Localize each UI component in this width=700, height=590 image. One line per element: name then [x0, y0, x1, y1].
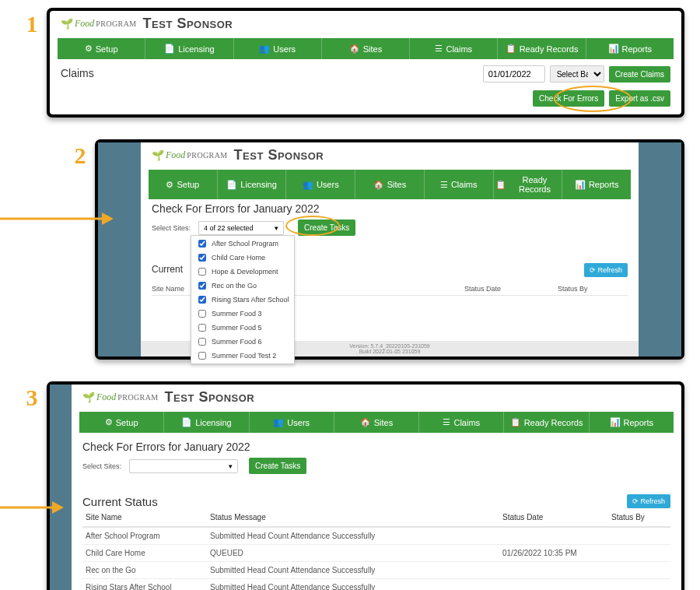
select-sites-label: Select Sites: — [82, 462, 124, 470]
users-icon: 👥 — [273, 417, 284, 427]
main-nav: ⚙Setup📄Licensing👥Users🏠Sites☰Claims📋Read… — [58, 38, 674, 59]
nav-ready-records[interactable]: 📋Ready Records — [504, 412, 589, 433]
nav-users[interactable]: 👥Users — [250, 412, 334, 433]
site-checkbox[interactable] — [198, 282, 206, 290]
current-status-heading: Current — [152, 261, 183, 279]
licensing-icon: 📄 — [226, 180, 237, 190]
create-tasks-button[interactable]: Create Tasks — [298, 219, 355, 236]
nav-ready-records[interactable]: 📋Ready Records — [498, 38, 586, 59]
site-checkbox[interactable] — [198, 338, 206, 346]
refresh-button[interactable]: ⟳ Refresh — [584, 263, 628, 277]
setup-icon: ⚙ — [85, 44, 93, 54]
users-icon: 👥 — [259, 44, 270, 54]
nav-sites[interactable]: 🏠Sites — [355, 170, 425, 199]
site-checkbox[interactable] — [198, 324, 206, 332]
licensing-icon: 📄 — [181, 417, 192, 427]
nav-setup[interactable]: ⚙Setup — [79, 412, 164, 433]
nav-claims[interactable]: ☰Claims — [410, 38, 498, 59]
blue-sidebar — [639, 142, 681, 356]
blue-sidebar — [98, 142, 141, 356]
site-option[interactable]: Summer Food 6 — [192, 335, 293, 349]
reports-icon: 📊 — [608, 44, 619, 54]
nav-setup[interactable]: ⚙Setup — [149, 170, 218, 199]
current-status-heading: Current Status — [82, 495, 158, 508]
create-tasks-button[interactable]: Create Tasks — [249, 458, 306, 474]
nav-licensing[interactable]: 📄Licensing — [218, 170, 287, 199]
date-input[interactable] — [483, 65, 545, 83]
site-option[interactable]: Child Care Home — [192, 251, 293, 265]
licensing-icon: 📄 — [164, 44, 175, 54]
blue-sidebar — [50, 385, 72, 590]
table-row: Rec on the GoSubmitted Head Count Attend… — [82, 562, 670, 579]
page-title: Test Sponsor — [143, 16, 233, 32]
site-option[interactable]: Hope & Development — [192, 265, 293, 279]
arrow-annotation — [0, 492, 64, 523]
sites-multiselect[interactable]: ▾ — [129, 459, 238, 473]
create-claims-button[interactable]: Create Claims — [609, 66, 670, 83]
site-checkbox[interactable] — [198, 296, 206, 304]
svg-marker-1 — [102, 212, 114, 225]
nav-reports[interactable]: 📊Reports — [562, 170, 631, 199]
sites-icon: 🏠 — [360, 417, 371, 427]
claims-icon: ☰ — [435, 44, 443, 54]
nav-licensing[interactable]: 📄Licensing — [164, 412, 249, 433]
site-checkbox[interactable] — [198, 254, 206, 262]
table-row: Rising Stars After SchoolSubmitted Head … — [82, 579, 670, 591]
claims-heading: Claims — [61, 64, 94, 84]
check-errors-heading: Check For Errors for January 2022 — [82, 437, 670, 458]
sites-icon: 🏠 — [373, 180, 384, 190]
setup-icon: ⚙ — [105, 417, 113, 427]
nav-reports[interactable]: 📊Reports — [590, 412, 674, 433]
nav-claims[interactable]: ☰Claims — [419, 412, 504, 433]
panel-header: 🌱FoodPROGRAM Test Sponsor — [50, 11, 681, 35]
nav-sites[interactable]: 🏠Sites — [322, 38, 410, 59]
site-checkbox[interactable] — [198, 268, 206, 276]
site-checkbox[interactable] — [198, 310, 206, 318]
site-option[interactable]: Rising Stars After School — [192, 293, 293, 307]
claims-icon: ☰ — [440, 180, 448, 190]
table-row: Child Care HomeQUEUED01/26/2022 10:35 PM — [82, 545, 670, 562]
batch-select[interactable]: Select Batch — [550, 65, 604, 83]
arrow-annotation — [0, 203, 114, 234]
sites-dropdown[interactable]: After School ProgramChild Care HomeHope … — [191, 235, 295, 364]
claims-icon: ☰ — [443, 417, 450, 427]
site-option[interactable]: Summer Food Test 2 — [192, 349, 293, 363]
nav-licensing[interactable]: 📄Licensing — [145, 38, 233, 59]
step-number-1: 1 — [16, 11, 48, 37]
nav-sites[interactable]: 🏠Sites — [334, 412, 419, 433]
site-option[interactable]: After School Program — [192, 237, 293, 251]
site-option[interactable]: Rec on the Go — [192, 279, 293, 293]
select-sites-label: Select Sites: — [152, 224, 194, 232]
site-option[interactable]: Summer Food 5 — [192, 321, 293, 335]
nav-ready-records[interactable]: 📋Ready Records — [494, 170, 563, 199]
step-number-3: 3 — [16, 385, 48, 411]
setup-icon: ⚙ — [166, 180, 173, 190]
site-checkbox[interactable] — [198, 240, 206, 248]
status-table: Site Name Status Message Status Date Sta… — [82, 508, 670, 590]
table-row: After School ProgramSubmitted Head Count… — [82, 527, 670, 545]
check-errors-heading: Check For Errors for January 2022 — [152, 199, 628, 219]
svg-marker-3 — [52, 501, 64, 514]
users-icon: 👥 — [303, 180, 313, 190]
sites-icon: 🏠 — [349, 44, 360, 54]
site-checkbox[interactable] — [198, 352, 206, 360]
nav-reports[interactable]: 📊Reports — [586, 38, 674, 59]
site-option[interactable]: Summer Food 3 — [192, 307, 293, 321]
check-for-errors-button[interactable]: Check For Errors — [533, 90, 604, 107]
ready-records-icon: 📋 — [506, 44, 516, 54]
nav-claims[interactable]: ☰Claims — [425, 170, 494, 199]
nav-users[interactable]: 👥Users — [234, 38, 322, 59]
export-csv-button[interactable]: Export as .csv — [609, 90, 670, 107]
ready-records-icon: 📋 — [510, 417, 521, 427]
nav-users[interactable]: 👥Users — [286, 170, 355, 199]
nav-setup[interactable]: ⚙Setup — [58, 38, 145, 59]
ready-records-icon: 📋 — [495, 180, 506, 190]
step-number-2: 2 — [64, 142, 96, 169]
refresh-button[interactable]: ⟳ Refresh — [627, 494, 670, 508]
reports-icon: 📊 — [575, 180, 586, 190]
sites-multiselect[interactable]: 4 of 22 selected▾ — [198, 221, 284, 235]
reports-icon: 📊 — [610, 417, 621, 427]
